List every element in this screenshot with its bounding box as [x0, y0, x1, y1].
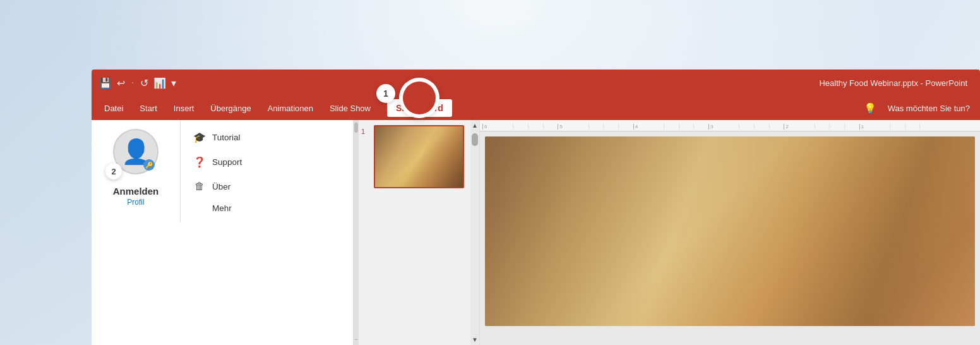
ueber-icon: 🗑 [193, 181, 206, 192]
ruler-mark: 4 [633, 124, 664, 130]
menu-item-slidelizard[interactable]: SlideLizard 1 [379, 95, 460, 121]
search-text[interactable]: Was möchten Sie tun? [883, 101, 975, 116]
ueber-item[interactable]: 🗑 Über [181, 174, 254, 198]
ruler: 6 · · · 5 · · · 4 · · · 3 · · · 2 [480, 120, 980, 131]
menu-bar: Datei Start Insert Übergänge Animationen… [92, 96, 980, 120]
panel-inner: 👤 🔑 2 Anmelden Profil 🎓 Tutorial [92, 120, 353, 223]
ruler-tick: · [890, 124, 905, 130]
tutorial-label: Tutorial [212, 133, 241, 142]
ruler-mark: 3 [708, 124, 739, 130]
ruler-tick: · [664, 124, 679, 130]
side-scrollbar: − [354, 120, 359, 345]
ruler-tick: · [829, 124, 844, 130]
ruler-tick: · [618, 124, 633, 130]
slide-canvas[interactable] [485, 136, 975, 326]
ueber-label: Über [212, 182, 230, 191]
title-bar: 💾 ↩ · ↺ 📊 ▾ Healthy Food Webinar.pptx - … [92, 70, 980, 96]
menu-item-insert[interactable]: Insert [166, 100, 202, 117]
ruler-tick: · [754, 124, 769, 130]
lightbulb-icon[interactable]: 💡 [860, 100, 880, 117]
ruler-tick: · [528, 124, 543, 130]
ruler-mark: 1 [859, 124, 890, 130]
ruler-tick: · [739, 124, 754, 130]
ruler-tick: · [589, 124, 604, 130]
menu-item-datei[interactable]: Datei [97, 100, 131, 117]
support-label: Support [212, 157, 242, 167]
tutorial-icon: 🎓 [193, 131, 206, 143]
slidelizard-bubble [399, 78, 439, 118]
ruler-tick: · [905, 124, 920, 130]
ruler-tick: · [844, 124, 859, 130]
side-scroll-thumb[interactable] [354, 123, 358, 133]
support-item[interactable]: ❓ Support [181, 150, 254, 174]
ruler-tick: · [513, 124, 528, 130]
side-scroll-minus[interactable]: − [354, 336, 357, 344]
profile-avatar-wrapper: 👤 🔑 2 [113, 129, 158, 174]
ppt-window: 💾 ↩ · ↺ 📊 ▾ Healthy Food Webinar.pptx - … [92, 70, 980, 345]
menu-item-slideshow[interactable]: Slide Show [322, 100, 378, 117]
slide-thumbnail-area: 1 [360, 120, 469, 193]
ruler-tick: · [769, 124, 784, 130]
profile-section: 👤 🔑 2 Anmelden Profil [92, 120, 180, 223]
ruler-tick: · [679, 124, 694, 130]
tutorial-item[interactable]: 🎓 Tutorial [181, 125, 254, 150]
menu-item-start[interactable]: Start [132, 100, 164, 117]
left-panel: 👤 🔑 2 Anmelden Profil 🎓 Tutorial [92, 120, 354, 345]
ruler-mark: 5 [558, 124, 588, 130]
menu-right: 💡 Was möchten Sie tun? [860, 100, 975, 117]
slide-image [375, 126, 463, 187]
profil-link[interactable]: Profil [127, 198, 144, 207]
scroll-up-arrow[interactable]: ▲ [470, 120, 480, 131]
anmelden-label[interactable]: Anmelden [113, 186, 159, 197]
ruler-marks: 6 · · · 5 · · · 4 · · · 3 · · · 2 [482, 124, 977, 131]
scroll-thumb[interactable] [472, 133, 478, 146]
key-badge: 🔑 [143, 159, 155, 171]
support-icon: ❓ [193, 156, 206, 168]
dropdown-panel: 🎓 Tutorial ❓ Support 🗑 Über Mehr [180, 120, 254, 223]
slide-number: 1 [361, 128, 365, 135]
content-area: 👤 🔑 2 Anmelden Profil 🎓 Tutorial [92, 120, 980, 345]
quick-access-dropdown[interactable]: ▾ [171, 77, 176, 89]
redo-icon[interactable]: ↺ [140, 77, 148, 89]
ruler-tick: · [919, 124, 977, 130]
undo-icon[interactable]: ↩ [117, 77, 125, 89]
bubble-1-indicator: 1 [376, 84, 395, 103]
scroll-down-arrow[interactable]: ▼ [470, 334, 480, 345]
title-bar-left: 💾 ↩ · ↺ 📊 ▾ [99, 77, 176, 89]
ruler-tick: · [693, 124, 708, 130]
presenter-icon[interactable]: 📊 [153, 77, 166, 89]
save-icon[interactable]: 💾 [99, 77, 112, 89]
ruler-tick: · [603, 124, 618, 130]
ruler-mark: 6 [482, 124, 513, 130]
ruler-tick: · [815, 124, 830, 130]
menu-item-animationen[interactable]: Animationen [260, 100, 321, 117]
slidelizard-bubble-inner [403, 82, 436, 114]
window-title: Healthy Food Webinar.pptx - PowerPoint [819, 78, 967, 88]
mehr-item[interactable]: Mehr [181, 198, 254, 218]
separator: · [131, 77, 134, 88]
slide-thumbnail[interactable] [374, 125, 464, 188]
slide-scrollbar[interactable]: ▲ ▼ [470, 120, 479, 345]
ruler-tick: · [543, 124, 558, 130]
ruler-mark: 2 [784, 124, 814, 130]
bubble-2-indicator: 2 [105, 163, 122, 179]
editor-area: 6 · · · 5 · · · 4 · · · 3 · · · 2 [480, 120, 980, 345]
menu-item-uebergaenge[interactable]: Übergänge [203, 100, 258, 117]
slide-panel: ▲ ▼ − 1 [354, 120, 480, 345]
slide-food-image [485, 136, 975, 326]
